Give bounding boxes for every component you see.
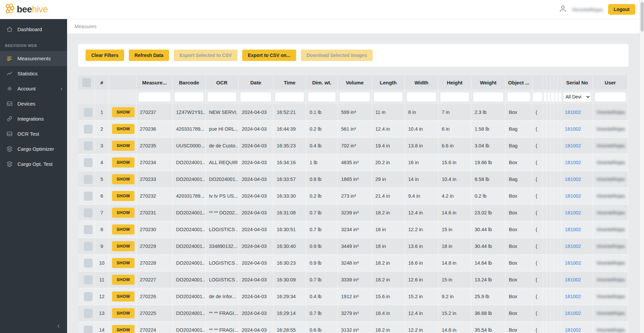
row-checkbox[interactable] bbox=[84, 242, 93, 251]
col-header-serial[interactable]: Serial No bbox=[561, 75, 593, 89]
serial-no-link[interactable]: 181002 bbox=[565, 177, 581, 182]
col-header-user[interactable]: User bbox=[593, 75, 628, 89]
sidebar-item-cargo-opt-test[interactable]: Cargo Opt. Test bbox=[0, 156, 67, 172]
width-filter-input[interactable] bbox=[407, 92, 436, 102]
row-checkbox[interactable] bbox=[84, 309, 93, 318]
show-button[interactable]: SHOW bbox=[112, 258, 134, 268]
show-button[interactable]: SHOW bbox=[112, 224, 134, 235]
serial-no-link[interactable]: 181002 bbox=[565, 260, 581, 266]
show-button[interactable]: SHOW bbox=[112, 157, 134, 168]
col-header-height[interactable]: Height bbox=[438, 75, 471, 89]
col-header-weight[interactable]: Weight bbox=[471, 75, 505, 89]
cell-ocr: ** ** DO202... bbox=[206, 205, 238, 221]
row-number: 6 bbox=[95, 188, 109, 205]
show-button[interactable]: SHOW bbox=[112, 308, 134, 318]
sidebar-item-integrations[interactable]: Integrations bbox=[0, 111, 67, 126]
serial-no-link[interactable]: 181002 bbox=[565, 227, 581, 232]
row-checkbox[interactable] bbox=[84, 208, 93, 217]
serial-filter-select[interactable]: All Devi bbox=[564, 92, 591, 102]
clear-filters-button[interactable]: Clear Filters bbox=[86, 50, 124, 61]
measure-filter-input[interactable] bbox=[139, 92, 170, 102]
sidebar-item-statistics[interactable]: Statistics bbox=[0, 66, 67, 81]
vertical-scrollbar[interactable] bbox=[640, 0, 644, 333]
select-all-header[interactable] bbox=[78, 75, 95, 89]
col-header-width[interactable]: Width bbox=[405, 75, 438, 89]
date-filter-input[interactable] bbox=[240, 92, 271, 102]
col-header-object[interactable]: Object ... bbox=[505, 75, 532, 89]
col-header-ocr[interactable]: OCR bbox=[206, 75, 238, 89]
sidebar-item-cargo-optimizer[interactable]: Cargo Optimizer bbox=[0, 141, 67, 156]
serial-no-link[interactable]: 181002 bbox=[565, 244, 581, 249]
sidebar-item-measurements[interactable]: Measurements bbox=[0, 51, 67, 66]
row-checkbox[interactable] bbox=[84, 158, 93, 167]
row-checkbox[interactable] bbox=[84, 141, 93, 150]
sidebar-item-account[interactable]: Account‹ bbox=[0, 81, 67, 96]
scrollbar-thumb[interactable] bbox=[641, 2, 644, 31]
length-filter-input[interactable] bbox=[374, 92, 402, 102]
logout-button[interactable]: Logout bbox=[608, 4, 635, 15]
user-filter-input[interactable] bbox=[595, 92, 626, 102]
sidebar-item-devices[interactable]: Devices bbox=[0, 96, 67, 111]
refresh-data-button[interactable]: Refresh Data bbox=[129, 50, 169, 61]
serial-no-link[interactable]: 181002 bbox=[565, 143, 581, 148]
show-button[interactable]: SHOW bbox=[112, 291, 134, 302]
weight-filter-input[interactable] bbox=[473, 92, 503, 102]
row-number: 12 bbox=[95, 288, 109, 305]
time-filter-input[interactable] bbox=[275, 92, 304, 102]
row-checkbox[interactable] bbox=[84, 292, 93, 301]
serial-no-link[interactable]: 181002 bbox=[565, 193, 581, 199]
col-header-time[interactable]: Time bbox=[273, 75, 306, 89]
row-checkbox[interactable] bbox=[84, 259, 93, 268]
cell-barcode: DO2024001... bbox=[173, 154, 206, 171]
row-checkbox[interactable] bbox=[84, 192, 93, 201]
col-header-dim-wt[interactable]: Dim. wt. bbox=[306, 75, 338, 89]
cell-time: 16:33:57 bbox=[273, 171, 306, 188]
row-checkbox[interactable] bbox=[84, 275, 93, 284]
show-button[interactable]: SHOW bbox=[112, 124, 134, 134]
row-checkbox[interactable] bbox=[84, 326, 93, 333]
volume-filter-input[interactable] bbox=[340, 92, 370, 102]
show-button[interactable]: SHOW bbox=[112, 208, 134, 218]
show-button[interactable]: SHOW bbox=[112, 241, 134, 251]
show-button[interactable]: SHOW bbox=[112, 275, 134, 285]
cell-ocr: 334890132... bbox=[206, 238, 238, 255]
export-to-csv-on-button[interactable]: Export to CSV on... bbox=[242, 50, 296, 61]
row-checkbox[interactable] bbox=[84, 225, 93, 234]
object-filter-input[interactable] bbox=[507, 92, 530, 102]
row-checkbox[interactable] bbox=[84, 125, 93, 134]
barcode-filter-input[interactable] bbox=[175, 92, 203, 102]
col-header-num[interactable]: # bbox=[95, 75, 109, 89]
ocr-filter-input[interactable] bbox=[208, 92, 236, 102]
cell-dim-wt: 0.7 lb bbox=[306, 305, 338, 322]
serial-no-link[interactable]: 181002 bbox=[565, 277, 581, 282]
serial-no-link[interactable]: 181002 bbox=[565, 311, 581, 316]
sidebar-item-ocr-test[interactable]: OCR Test bbox=[0, 126, 67, 141]
height-filter-input[interactable] bbox=[440, 92, 469, 102]
cell-dim-wt: 0.8 lb bbox=[306, 171, 338, 188]
serial-no-link[interactable]: 181002 bbox=[565, 327, 581, 333]
extra-filter-input[interactable] bbox=[533, 92, 542, 102]
row-checkbox[interactable] bbox=[84, 175, 93, 184]
serial-no-link[interactable]: 181002 bbox=[565, 110, 581, 115]
serial-no-link[interactable]: 181002 bbox=[565, 126, 581, 132]
sidebar-collapse-button[interactable]: ‹ bbox=[57, 322, 60, 330]
col-header-date[interactable]: Date bbox=[238, 75, 273, 89]
layers-icon bbox=[6, 161, 13, 167]
col-header-volume[interactable]: Volume bbox=[338, 75, 372, 89]
serial-no-link[interactable]: 181002 bbox=[565, 210, 581, 215]
serial-no-link[interactable]: 181002 bbox=[565, 294, 581, 299]
col-header-length[interactable]: Length bbox=[372, 75, 405, 89]
show-button[interactable]: SHOW bbox=[112, 325, 134, 333]
cell-ocr: de de Infor... bbox=[206, 288, 238, 305]
row-checkbox[interactable] bbox=[84, 108, 93, 117]
col-header-measure[interactable]: Measure... bbox=[137, 75, 173, 89]
sidebar-item-dashboard[interactable]: Dashboard bbox=[0, 22, 67, 37]
dim-wt-filter-input[interactable] bbox=[308, 92, 335, 102]
select-all-checkbox[interactable] bbox=[82, 78, 91, 87]
show-button[interactable]: SHOW bbox=[112, 141, 134, 151]
serial-no-link[interactable]: 181002 bbox=[565, 160, 581, 165]
show-button[interactable]: SHOW bbox=[112, 191, 134, 201]
col-header-barcode[interactable]: Barcode bbox=[173, 75, 206, 89]
show-button[interactable]: SHOW bbox=[112, 107, 134, 117]
show-button[interactable]: SHOW bbox=[112, 174, 134, 184]
